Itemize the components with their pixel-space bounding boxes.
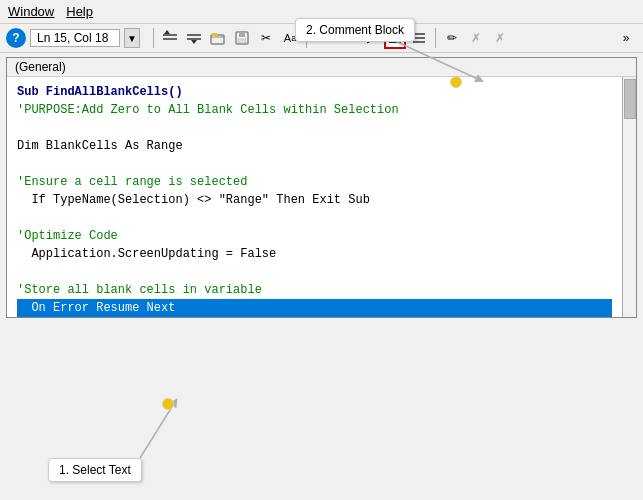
svg-line-25 <box>140 402 175 458</box>
general-dropdown[interactable]: (General) <box>7 58 636 77</box>
position-indicator: Ln 15, Col 18 <box>30 29 120 47</box>
help-button[interactable]: ? <box>6 28 26 48</box>
svg-rect-10 <box>239 32 245 37</box>
toolbar-left: ? Ln 15, Col 18 ▼ <box>6 28 140 48</box>
code-scroll-area: Sub FindAllBlankCells() 'PURPOSE:Add Zer… <box>7 77 636 317</box>
separator-1 <box>153 28 154 48</box>
scrollbar[interactable] <box>622 77 636 317</box>
code-editor[interactable]: Sub FindAllBlankCells() 'PURPOSE:Add Zer… <box>7 77 622 317</box>
select-text-label: 1. Select Text <box>59 463 131 477</box>
code-line-10: Application.ScreenUpdating = False <box>17 245 612 263</box>
svg-rect-7 <box>211 35 224 44</box>
select-text-callout: 1. Select Text <box>48 458 142 482</box>
code-line-1: Sub FindAllBlankCells() <box>17 83 612 101</box>
toolbar-clear2-btn[interactable]: ✗ <box>489 27 511 49</box>
comment-block-dot <box>450 76 462 88</box>
comment-block-label: 2. Comment Block <box>306 23 404 37</box>
code-line-12: 'Store all blank cells in variable <box>17 281 612 299</box>
toolbar-more-btn[interactable]: » <box>615 27 637 49</box>
code-line-2: 'PURPOSE:Add Zero to All Blank Cells wit… <box>17 101 612 119</box>
select-text-dot <box>162 398 174 410</box>
code-line-7: If TypeName(Selection) <> "Range" Then E… <box>17 191 612 209</box>
menu-window[interactable]: Window <box>8 4 54 19</box>
main-area: (General) Sub FindAllBlankCells() 'PURPO… <box>6 57 637 318</box>
code-line-9: 'Optimize Code <box>17 227 612 245</box>
code-line-11 <box>17 263 612 281</box>
separator-3 <box>435 28 436 48</box>
code-line-8 <box>17 209 612 227</box>
toolbar-move-down-btn[interactable] <box>183 27 205 49</box>
toolbar-save-btn[interactable] <box>231 27 253 49</box>
svg-rect-8 <box>212 33 217 36</box>
svg-marker-3 <box>164 30 170 34</box>
scrollbar-thumb[interactable] <box>624 79 636 119</box>
svg-rect-4 <box>187 34 201 36</box>
toolbar-clear1-btn[interactable]: ✗ <box>465 27 487 49</box>
toolbar-cut-btn[interactable]: ✂ <box>255 27 277 49</box>
code-line-4: Dim BlankCells As Range <box>17 137 612 155</box>
svg-rect-23 <box>413 41 425 43</box>
code-line-13: On Error Resume Next <box>17 299 612 317</box>
position-dropdown[interactable]: ▼ <box>124 28 140 48</box>
comment-block-callout: 2. Comment Block <box>295 18 415 42</box>
code-line-5 <box>17 155 612 173</box>
svg-rect-11 <box>238 39 246 43</box>
svg-rect-22 <box>415 37 425 39</box>
code-line-6: 'Ensure a cell range is selected <box>17 173 612 191</box>
code-line-3 <box>17 119 612 137</box>
svg-rect-5 <box>187 38 201 40</box>
svg-rect-0 <box>163 34 177 36</box>
svg-marker-6 <box>191 40 197 44</box>
code-content: Sub FindAllBlankCells() 'PURPOSE:Add Zer… <box>7 77 622 317</box>
toolbar-pen-btn[interactable]: ✏ <box>441 27 463 49</box>
svg-rect-1 <box>163 38 177 40</box>
toolbar-move-up-btn[interactable] <box>159 27 181 49</box>
menu-help[interactable]: Help <box>66 4 93 19</box>
toolbar-open-btn[interactable] <box>207 27 229 49</box>
